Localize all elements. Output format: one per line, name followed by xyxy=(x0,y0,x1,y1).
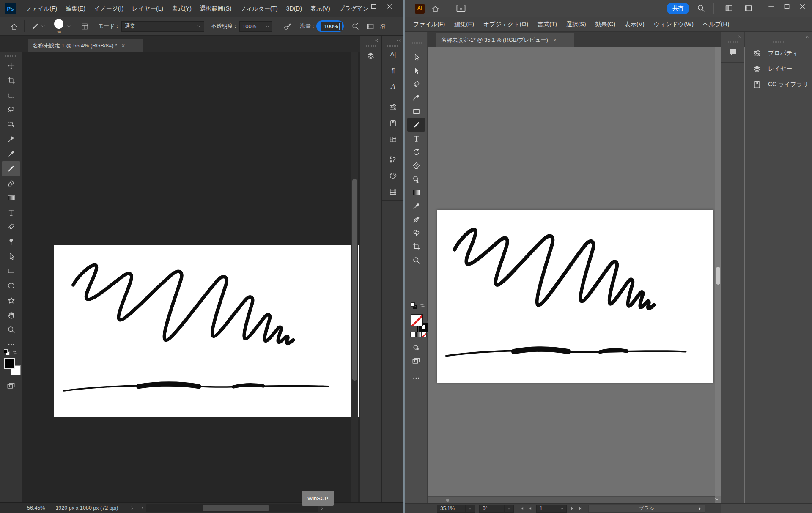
ellipse-tool[interactable] xyxy=(0,278,22,293)
photoshop-menu-item-4[interactable]: 書式(Y) xyxy=(167,0,196,17)
history-panel[interactable] xyxy=(382,156,404,164)
share-button[interactable]: 共有 xyxy=(667,3,689,14)
character-panel[interactable]: A| xyxy=(382,51,404,57)
photoshop-menu-item-2[interactable]: イメージ(I) xyxy=(90,0,128,17)
rotate-tool[interactable] xyxy=(405,145,428,159)
toggle-panels-icon[interactable] xyxy=(366,22,374,30)
flow-input[interactable]: 100% xyxy=(316,20,343,32)
scrollbar-thumb[interactable] xyxy=(446,499,449,502)
photoshop-menu-item-3[interactable]: レイヤー(L) xyxy=(128,0,167,17)
artboard-number-input[interactable]: 1 xyxy=(536,505,557,513)
close-tab-icon[interactable]: × xyxy=(121,42,125,49)
blend-mode-select[interactable]: 通常 xyxy=(121,21,204,32)
paintbrush-tool[interactable] xyxy=(407,118,425,132)
illustrator-menu-item-8[interactable]: ヘルプ(H) xyxy=(698,17,734,31)
swatches-panel[interactable] xyxy=(382,188,404,196)
photoshop-menu-item-6[interactable]: フィルター(T) xyxy=(236,0,282,17)
eyedropper-tool[interactable] xyxy=(0,146,22,161)
brush-preset-picker[interactable]: 39 xyxy=(53,19,64,34)
maximize-icon[interactable] xyxy=(783,3,791,11)
selection-tool[interactable] xyxy=(405,50,428,64)
photoshop-canvas-area[interactable] xyxy=(22,52,351,502)
screen-mode-icon[interactable] xyxy=(6,381,16,391)
horizontal-scrollbar[interactable] xyxy=(146,504,318,512)
artboard-tool[interactable] xyxy=(405,240,428,253)
swap-fill-stroke-icon[interactable] xyxy=(420,302,425,308)
type-tool[interactable] xyxy=(0,205,22,220)
screen-mode-icon[interactable] xyxy=(411,357,421,366)
zoom-tool[interactable] xyxy=(0,322,22,337)
eraser-tool[interactable] xyxy=(405,159,428,172)
document-tab[interactable]: 名称未設定 1 @ 56.4% (RGB/8#) * × xyxy=(28,39,143,52)
quick-selection-tool[interactable] xyxy=(0,132,22,146)
gradient-tool[interactable] xyxy=(0,190,22,205)
minimize-icon[interactable] xyxy=(354,3,362,11)
photoshop-menu-item-1[interactable]: 編集(E) xyxy=(61,0,90,17)
zoom-dropdown-button[interactable] xyxy=(466,505,475,513)
illustrator-menu-item-2[interactable]: オブジェクト(O) xyxy=(479,17,533,31)
minimize-icon[interactable] xyxy=(767,3,775,11)
panel-grip[interactable] xyxy=(727,41,738,43)
rectangle-tool[interactable] xyxy=(0,264,22,279)
touch-document-icon[interactable] xyxy=(456,3,466,14)
home-icon[interactable] xyxy=(431,5,439,13)
illustrator-menu-item-0[interactable]: ファイル(F) xyxy=(409,17,450,31)
document-tab[interactable]: 名称未設定-1* @ 35.1 % (RGB/プレビュー) × xyxy=(436,33,574,47)
eraser-tool[interactable] xyxy=(0,176,22,191)
scrollbar-thumb[interactable] xyxy=(352,179,357,381)
collapse-panels-icon[interactable] xyxy=(374,38,379,43)
marquee-tool[interactable] xyxy=(0,88,22,102)
opacity-input[interactable]: 100% xyxy=(239,21,263,32)
pin-tool[interactable] xyxy=(0,234,22,249)
color-panel[interactable] xyxy=(382,172,404,180)
custom-shape-tool[interactable] xyxy=(0,293,22,308)
arrange-documents-icon[interactable] xyxy=(744,4,752,12)
layers-panel[interactable]: レイヤー xyxy=(745,61,812,77)
brush-tool-preset-icon[interactable] xyxy=(31,22,39,30)
status-expand-icon[interactable] xyxy=(697,506,702,511)
illustrator-menu-item-5[interactable]: 効果(C) xyxy=(591,17,620,31)
blend-tool[interactable] xyxy=(405,213,428,226)
hand-tool[interactable] xyxy=(0,308,22,323)
maximize-icon[interactable] xyxy=(370,3,378,11)
pressure-opacity-icon[interactable] xyxy=(283,22,291,30)
illustrator-canvas-area[interactable] xyxy=(428,47,715,496)
direct-selection-tool[interactable] xyxy=(405,64,428,77)
collapse-panels-icon[interactable] xyxy=(737,34,742,39)
illustrator-artboard[interactable] xyxy=(437,210,713,383)
none-button[interactable] xyxy=(421,332,427,337)
workspace-switcher-icon[interactable] xyxy=(725,4,733,12)
rotation-input[interactable]: 0° xyxy=(479,505,505,513)
chevron-down-icon[interactable] xyxy=(41,24,46,29)
illustrator-menu-item-3[interactable]: 書式(T) xyxy=(533,17,562,31)
edit-toolbar-button[interactable] xyxy=(0,337,22,352)
swap-colors-icon[interactable] xyxy=(12,350,18,356)
photoshop-menu-item-7[interactable]: 3D(D) xyxy=(282,0,306,17)
foreground-color-swatch[interactable] xyxy=(4,358,15,369)
brush-tool[interactable] xyxy=(2,161,20,176)
collapse-panels-icon[interactable] xyxy=(396,38,401,43)
rotation-dropdown-button[interactable] xyxy=(505,505,514,513)
drawing-mode-icon[interactable] xyxy=(412,344,420,351)
default-colors-icon[interactable] xyxy=(4,349,11,356)
last-artboard-icon[interactable] xyxy=(578,505,584,511)
panel-grip[interactable] xyxy=(365,45,376,47)
zoom-level-input[interactable]: 35.1% xyxy=(437,505,466,513)
rotate-view-tool[interactable] xyxy=(405,172,428,186)
vertical-scrollbar[interactable] xyxy=(715,47,721,496)
move-tool[interactable] xyxy=(0,58,22,73)
path-selection-tool[interactable] xyxy=(0,249,22,264)
default-fill-stroke-icon[interactable] xyxy=(411,302,418,310)
properties-panel[interactable]: プロパティ xyxy=(745,45,812,61)
scroll-right-icon[interactable] xyxy=(320,506,324,510)
horizontal-scrollbar[interactable] xyxy=(428,496,715,503)
home-icon[interactable] xyxy=(10,22,18,30)
first-artboard-icon[interactable] xyxy=(519,505,525,511)
vertical-scrollbar[interactable] xyxy=(351,52,358,502)
curvature-tool[interactable] xyxy=(405,91,428,104)
illustrator-menu-item-1[interactable]: 編集(E) xyxy=(450,17,479,31)
photoshop-document[interactable] xyxy=(54,245,359,417)
gradient-tool[interactable] xyxy=(405,186,428,199)
zoom-level[interactable]: 56.45% xyxy=(27,505,45,511)
illustrator-menu-item-4[interactable]: 選択(S) xyxy=(562,17,591,31)
